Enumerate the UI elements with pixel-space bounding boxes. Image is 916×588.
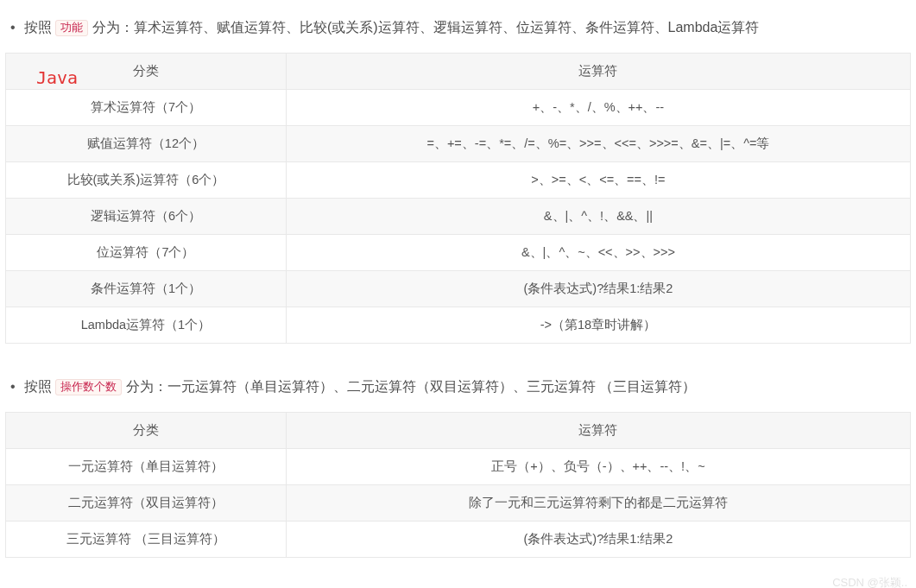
cell-operators: &、|、^、~、<<、>>、>>>: [286, 234, 910, 270]
table-row: 一元运算符（单目运算符） 正号（+）、负号（-）、++、--、!、~: [6, 448, 911, 484]
table-row: 比较(或关系)运算符（6个） >、>=、<、<=、==、!=: [6, 161, 911, 198]
cell-operators: 除了一元和三元运算符剩下的都是二元运算符: [286, 484, 910, 521]
th-operators: 运算符: [286, 412, 910, 448]
intro-item-1: 按照 功能 分为：算术运算符、赋值运算符、比较(或关系)运算符、逻辑运算符、位运…: [24, 16, 911, 41]
table-row: 条件运算符（1个） (条件表达式)?结果1:结果2: [6, 270, 911, 307]
cell-category: 二元运算符（双目运算符）: [6, 484, 287, 521]
table-row: 位运算符（7个） &、|、^、~、<<、>>、>>>: [6, 234, 911, 270]
table-row: 二元运算符（双目运算符） 除了一元和三元运算符剩下的都是二元运算符: [6, 484, 911, 521]
java-label: Java: [36, 67, 78, 88]
table-header-row: 分类 运算符: [6, 53, 911, 89]
cell-category: 位运算符（7个）: [6, 234, 287, 270]
cell-operators: (条件表达式)?结果1:结果2: [286, 270, 910, 307]
table-row: Lambda运算符（1个） ->（第18章时讲解）: [6, 307, 911, 343]
cell-category: 算术运算符（7个）: [6, 89, 287, 125]
cell-category: 三元运算符 （三目运算符）: [6, 521, 287, 557]
cell-category: 赋值运算符（12个）: [6, 125, 287, 161]
table-by-function: 分类 运算符 算术运算符（7个） +、-、*、/、%、++、-- 赋值运算符（1…: [5, 53, 911, 344]
intro1-keyword: 功能: [55, 20, 88, 36]
intro-list-2: 按照 操作数个数 分为：一元运算符（单目运算符）、二元运算符（双目运算符）、三元…: [5, 375, 911, 400]
cell-operators: ->（第18章时讲解）: [286, 307, 910, 343]
cell-operators: >、>=、<、<=、==、!=: [286, 161, 910, 198]
table-header-row: 分类 运算符: [6, 412, 911, 448]
cell-category: 条件运算符（1个）: [6, 270, 287, 307]
table-row: 逻辑运算符（6个） &、|、^、!、&&、||: [6, 198, 911, 234]
watermark: CSDN @张颖..: [832, 575, 907, 588]
cell-operators: +、-、*、/、%、++、--: [286, 89, 910, 125]
intro2-prefix: 按照: [24, 379, 55, 394]
intro-list-1: 按照 功能 分为：算术运算符、赋值运算符、比较(或关系)运算符、逻辑运算符、位运…: [5, 16, 911, 41]
intro1-prefix: 按照: [24, 20, 55, 35]
cell-category: 逻辑运算符（6个）: [6, 198, 287, 234]
cell-category: 一元运算符（单目运算符）: [6, 448, 287, 484]
table-row: 赋值运算符（12个） =、+=、-=、*=、/=、%=、>>=、<<=、>>>=…: [6, 125, 911, 161]
cell-operators: &、|、^、!、&&、||: [286, 198, 910, 234]
th-category: 分类: [6, 412, 287, 448]
th-operators: 运算符: [286, 53, 910, 89]
cell-category: Lambda运算符（1个）: [6, 307, 287, 343]
table-row: 算术运算符（7个） +、-、*、/、%、++、--: [6, 89, 911, 125]
intro2-suffix: 分为：一元运算符（单目运算符）、二元运算符（双目运算符）、三元运算符 （三目运算…: [122, 379, 696, 394]
table-by-operand-count: 分类 运算符 一元运算符（单目运算符） 正号（+）、负号（-）、++、--、!、…: [5, 412, 911, 558]
cell-operators: (条件表达式)?结果1:结果2: [286, 521, 910, 557]
cell-operators: 正号（+）、负号（-）、++、--、!、~: [286, 448, 910, 484]
intro2-keyword: 操作数个数: [55, 379, 122, 395]
cell-category: 比较(或关系)运算符（6个）: [6, 161, 287, 198]
cell-operators: =、+=、-=、*=、/=、%=、>>=、<<=、>>>=、&=、|=、^=等: [286, 125, 910, 161]
table-row: 三元运算符 （三目运算符） (条件表达式)?结果1:结果2: [6, 521, 911, 557]
intro1-suffix: 分为：算术运算符、赋值运算符、比较(或关系)运算符、逻辑运算符、位运算符、条件运…: [88, 20, 759, 35]
intro-item-2: 按照 操作数个数 分为：一元运算符（单目运算符）、二元运算符（双目运算符）、三元…: [24, 375, 911, 400]
